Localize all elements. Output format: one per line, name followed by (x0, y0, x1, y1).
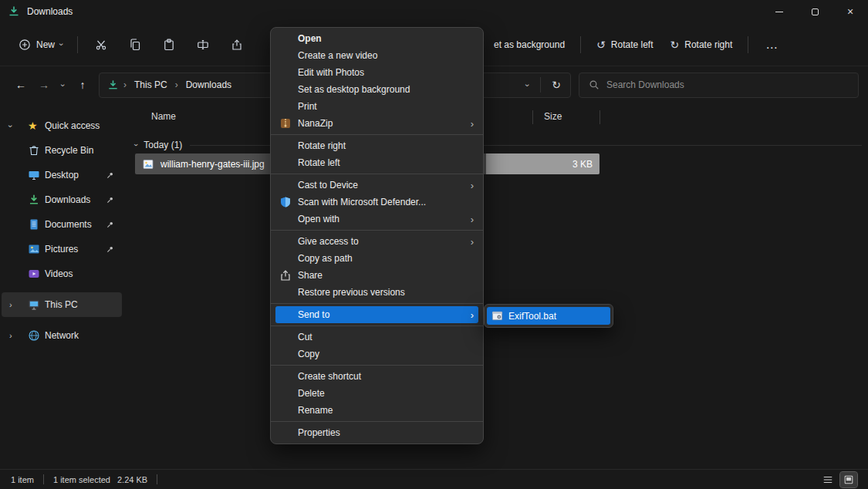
menu-item-send-to[interactable]: Send to › (275, 306, 478, 323)
menu-item-create-a-new-video[interactable]: Create a new video (271, 47, 483, 64)
menu-item-share[interactable]: Share (271, 267, 483, 284)
sidebar-item-label: This PC (45, 299, 78, 310)
status-divider (157, 474, 157, 484)
window-title: Downloads (27, 6, 73, 17)
menu-item-nanazip[interactable]: NanaZip › (271, 115, 483, 132)
cut-button[interactable] (84, 31, 118, 59)
menu-item-cut[interactable]: Cut (271, 329, 483, 346)
menu-separator (271, 303, 483, 304)
menu-separator (271, 174, 483, 174)
address-dropdown-button[interactable]: › (520, 73, 535, 96)
menu-item-rotate-right[interactable]: Rotate right (271, 137, 483, 154)
menu-item-copy-as-path[interactable]: Copy as path (271, 250, 483, 267)
pin-icon (106, 196, 114, 204)
menu-item-open[interactable]: Open (271, 30, 483, 47)
sidebar-item-downloads[interactable]: Downloads (2, 187, 122, 212)
address-bar-divider (540, 77, 541, 93)
expander-chevron-icon[interactable]: › (6, 124, 15, 127)
menu-item-create-shortcut[interactable]: Create shortcut (271, 368, 483, 385)
forward-button[interactable]: → (32, 73, 56, 96)
menu-separator (271, 325, 483, 326)
breadcrumb-this-pc[interactable]: This PC (128, 75, 174, 95)
search-box[interactable]: Search Downloads (579, 73, 859, 98)
paste-icon (163, 39, 175, 51)
toolbar-divider (748, 36, 748, 53)
maximize-icon (812, 8, 819, 15)
column-divider[interactable] (599, 110, 600, 124)
details-view-button[interactable] (819, 472, 836, 487)
menu-item-set-as-desktop-background[interactable]: Set as desktop background (271, 81, 483, 98)
downloads-icon (28, 194, 40, 206)
menu-item-scan-with-microsoft-defender[interactable]: Scan with Microsoft Defender... (271, 194, 483, 211)
large-icons-view-button[interactable] (840, 472, 857, 487)
share-button[interactable] (220, 31, 254, 59)
current-folder-icon (107, 79, 119, 91)
menu-item-give-access-to[interactable]: Give access to › (271, 233, 483, 250)
menu-item-edit-with-photos[interactable]: Edit with Photos (271, 64, 483, 81)
column-divider[interactable] (532, 110, 533, 124)
documents-icon (28, 218, 40, 231)
rotate-right-button[interactable]: ↻ Rotate right (663, 31, 741, 59)
up-button[interactable]: ↑ (71, 73, 94, 96)
menu-item-cast-to-device[interactable]: Cast to Device › (271, 177, 483, 194)
copy-icon (129, 39, 141, 51)
submenu-item-exiftool-bat[interactable]: ExifTool.bat (487, 307, 610, 325)
menu-item-rename[interactable]: Rename (271, 402, 483, 419)
back-button[interactable]: ← (9, 73, 32, 96)
rotate-left-button[interactable]: ↺ Rotate left (589, 31, 660, 59)
large-icons-view-icon (843, 474, 854, 485)
close-button[interactable]: × (833, 0, 868, 23)
sidebar-item-label: Network (45, 330, 79, 341)
copy-button[interactable] (118, 31, 152, 59)
column-header-name[interactable]: Name (151, 111, 176, 122)
sidebar-item-label: Recycle Bin (45, 145, 93, 156)
menu-item-open-with[interactable]: Open with › (271, 211, 483, 228)
sidebar-item-this-pc[interactable]: › This PC (2, 292, 122, 317)
menu-item-delete[interactable]: Delete (271, 385, 483, 402)
toolbar-right-cluster: et as background ↺ Rotate left ↻ Rotate … (486, 23, 789, 66)
toolbar-divider (580, 36, 581, 53)
expander-chevron-icon[interactable]: › (9, 300, 12, 309)
sidebar-item-desktop[interactable]: Desktop (2, 163, 122, 187)
network-icon (28, 329, 40, 342)
sidebar-item-pictures[interactable]: Pictures (2, 237, 122, 261)
new-button[interactable]: New › (11, 31, 71, 59)
paste-button[interactable] (152, 31, 186, 59)
rename-button[interactable] (186, 31, 220, 59)
up-icon: ↑ (80, 79, 86, 91)
menu-item-print[interactable]: Print (271, 98, 483, 115)
maximize-button[interactable] (797, 0, 833, 23)
pin-icon (106, 245, 114, 254)
group-collapse-chevron-icon[interactable]: › (132, 143, 140, 146)
new-plus-icon (19, 39, 31, 51)
menu-item-restore-previous-versions[interactable]: Restore previous versions (271, 284, 483, 301)
set-as-background-button[interactable]: et as background (486, 31, 572, 59)
more-options-button[interactable]: … (756, 31, 789, 59)
sidebar-item-label: Quick access (45, 120, 100, 131)
sidebar-item-documents[interactable]: Documents (2, 212, 122, 237)
menu-item-properties[interactable]: Properties (271, 424, 483, 441)
refresh-button[interactable]: ↻ (545, 74, 567, 96)
breadcrumb-chevron-icon: › (174, 79, 180, 90)
back-icon: ← (15, 79, 26, 91)
menu-item-copy[interactable]: Copy (271, 346, 483, 363)
minimize-button[interactable] (762, 0, 797, 23)
this-pc-icon (28, 298, 40, 311)
group-label: Today (1) (144, 140, 182, 150)
group-header-today[interactable]: › Today (1) (134, 137, 862, 153)
submenu-arrow-icon: › (471, 214, 474, 224)
expander-chevron-icon[interactable]: › (9, 331, 12, 340)
sidebar-item-quick-access[interactable]: › ★ Quick access (2, 113, 122, 138)
column-header-size[interactable]: Size (544, 111, 562, 122)
file-size-cell: 3 KB (486, 153, 599, 174)
recent-locations-button[interactable]: › (56, 73, 71, 96)
sidebar-item-recycle-bin[interactable]: Recycle Bin (2, 138, 122, 163)
menu-item-rotate-left[interactable]: Rotate left (271, 154, 483, 171)
sidebar-item-videos[interactable]: Videos (2, 261, 122, 286)
set-as-background-label: et as background (494, 39, 565, 50)
chevron-down-icon: › (523, 83, 532, 86)
breadcrumb-downloads[interactable]: Downloads (180, 75, 238, 95)
forward-icon: → (39, 79, 49, 91)
sidebar-item-network[interactable]: › Network (2, 323, 122, 348)
selection-size: 2.24 KB (117, 475, 147, 484)
